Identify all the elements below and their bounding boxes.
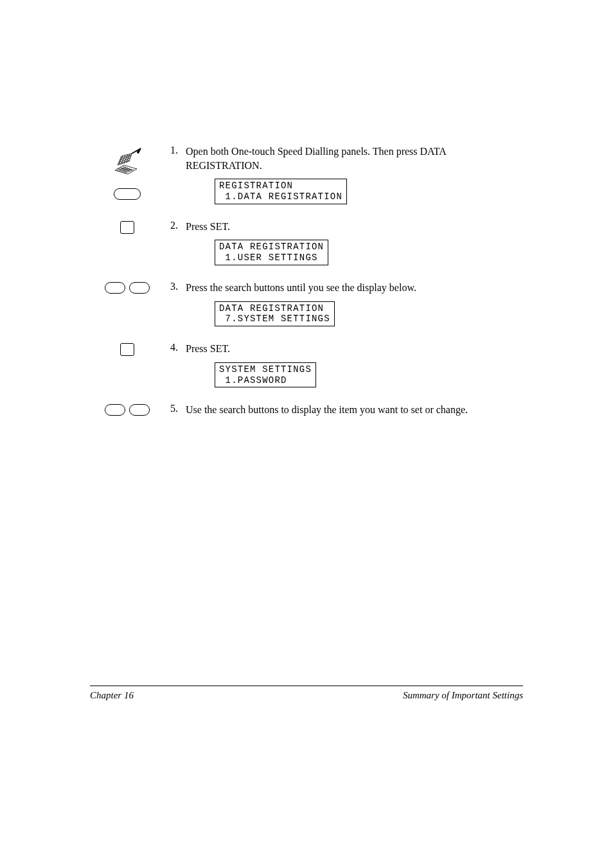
- lcd-display: DATA REGISTRATION 1.USER SETTINGS: [215, 240, 328, 265]
- lcd-line-2: 1.DATA REGISTRATION: [219, 191, 342, 202]
- search-buttons-icon: [105, 282, 150, 294]
- lcd-line-1: SYSTEM SETTINGS: [219, 364, 312, 375]
- step-number: 4.: [164, 342, 178, 353]
- footer-title: Summary of Important Settings: [403, 690, 523, 701]
- step-number: 1.: [164, 145, 178, 156]
- step-number: 3.: [164, 281, 178, 292]
- step-content: Press the search buttons until you see t…: [178, 281, 523, 335]
- open-panel-icon: [110, 146, 145, 177]
- set-button-icon: [120, 221, 134, 234]
- footer-chapter: Chapter 16: [90, 690, 134, 701]
- search-buttons-icon: [105, 404, 150, 416]
- step-text: Press SET.: [186, 342, 523, 356]
- page: 1. Open both One-touch Speed Dialling pa…: [0, 0, 613, 868]
- step-2-icon-col: [90, 220, 164, 234]
- page-footer: Chapter 16 Summary of Important Settings: [90, 686, 523, 701]
- search-button-right-icon: [129, 282, 150, 294]
- step-text: Press the search buttons until you see t…: [186, 281, 523, 295]
- lcd-display: REGISTRATION 1.DATA REGISTRATION: [215, 179, 347, 204]
- search-button-right-icon: [129, 404, 150, 416]
- search-button-left-icon: [105, 404, 125, 416]
- step-2-row: 2. Press SET. DATA REGISTRATION 1.USER S…: [90, 220, 523, 274]
- step-number: 2.: [164, 220, 178, 231]
- lcd-line-2: 1.USER SETTINGS: [219, 252, 324, 263]
- step-1-row: 1. Open both One-touch Speed Dialling pa…: [90, 145, 523, 213]
- step-5-row: 5. Use the search buttons to display the…: [90, 403, 523, 422]
- step-content: Press SET. SYSTEM SETTINGS 1.PASSWORD: [178, 342, 523, 396]
- lcd-line-2: 7.SYSTEM SETTINGS: [219, 314, 330, 324]
- step-5-icon-col: [90, 403, 164, 416]
- lcd-line-1: DATA REGISTRATION: [219, 242, 324, 252]
- lcd-line-1: REGISTRATION: [219, 181, 342, 191]
- lcd-display: DATA REGISTRATION 7.SYSTEM SETTINGS: [215, 301, 335, 327]
- step-4-row: 4. Press SET. SYSTEM SETTINGS 1.PASSWORD: [90, 342, 523, 396]
- step-4-icon-col: [90, 342, 164, 356]
- lcd-display: SYSTEM SETTINGS 1.PASSWORD: [215, 362, 316, 388]
- step-content: Press SET. DATA REGISTRATION 1.USER SETT…: [178, 220, 523, 274]
- data-registration-button-icon: [114, 188, 141, 200]
- step-1-icon-col: [90, 145, 164, 200]
- lcd-line-2: 1.PASSWORD: [219, 375, 312, 386]
- step-3-icon-col: [90, 281, 164, 294]
- lcd-line-1: DATA REGISTRATION: [219, 303, 330, 314]
- step-text: Open both One-touch Speed Dialling panel…: [186, 145, 523, 172]
- set-button-icon: [120, 343, 134, 356]
- step-text: Use the search buttons to display the it…: [186, 403, 523, 417]
- step-content: Use the search buttons to display the it…: [178, 403, 523, 422]
- panel-and-button-icon: [110, 146, 145, 200]
- step-number: 5.: [164, 403, 178, 414]
- step-3-row: 3. Press the search buttons until you se…: [90, 281, 523, 335]
- step-content: Open both One-touch Speed Dialling panel…: [178, 145, 523, 213]
- search-button-left-icon: [105, 282, 125, 294]
- step-text: Press SET.: [186, 220, 523, 234]
